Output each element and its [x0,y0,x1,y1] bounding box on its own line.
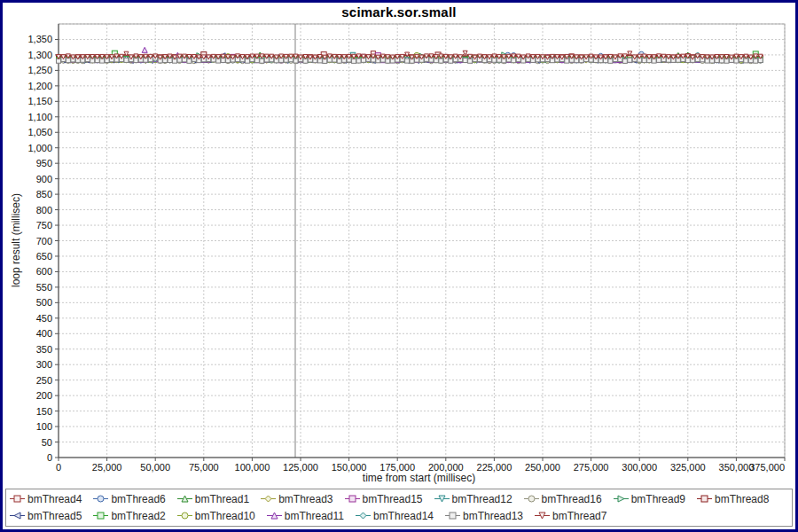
legend-marker-square-icon [345,494,360,504]
y-tick-label: 600 [36,266,52,277]
y-tick-label: 1,150 [27,96,52,106]
legend-row: bmThread5bmThread2bmThread10bmThread11bm… [10,507,788,524]
y-tick-label: 950 [36,158,52,168]
legend-item-bmThread5: bmThread5 [10,510,82,522]
legend: bmThread4bmThread6bmThread1bmThread3bmTh… [5,489,793,527]
legend-item-bmThread16: bmThread16 [524,493,602,505]
legend-item-bmThread7: bmThread7 [535,510,606,522]
legend-label: bmThread10 [195,510,255,522]
legend-item-bmThread1: bmThread1 [177,493,249,505]
legend-marker-square-icon [93,511,108,520]
legend-marker-square-icon [445,511,460,520]
legend-item-bmThread6: bmThread6 [93,493,165,505]
y-tick-label: 300 [36,359,52,370]
legend-marker-diamond-icon [356,511,371,520]
legend-marker-triangle-down-icon [434,494,450,504]
legend-label: bmThread14 [373,510,434,522]
legend-label: bmThread6 [111,493,165,505]
y-axis-label: loop result (millisec) [10,193,22,287]
legend-label: bmThread2 [111,510,165,522]
y-tick-label: 1,250 [27,65,52,75]
legend-row: bmThread4bmThread6bmThread1bmThread3bmTh… [10,490,788,507]
legend-item-bmThread14: bmThread14 [356,510,434,522]
legend-label: bmThread1 [195,493,249,505]
y-tick-label: 350 [36,344,52,355]
x-axis-label: time from start (millisec) [56,472,782,484]
legend-marker-square-icon [10,494,25,504]
legend-item-bmThread8: bmThread8 [697,493,769,505]
y-tick-label: 1,000 [27,143,52,153]
legend-item-bmThread11: bmThread11 [267,510,344,522]
legend-marker-circle-icon [524,494,539,504]
y-tick-label: 1,350 [27,34,52,44]
y-tick-label: 1,050 [27,127,52,137]
legend-marker-triangle-right-icon [614,494,629,504]
legend-marker-triangle-left-icon [10,511,25,520]
y-tick-label: 450 [36,313,52,324]
legend-item-bmThread9: bmThread9 [614,493,685,505]
legend-marker-triangle-up-icon [177,494,192,504]
y-tick-label: 1,300 [27,50,52,60]
y-tick-label: 250 [36,375,52,386]
legend-item-bmThread10: bmThread10 [177,510,255,522]
legend-label: bmThread8 [715,493,769,505]
legend-marker-circle-icon [177,511,192,520]
legend-marker-triangle-up-icon [267,511,282,520]
legend-label: bmThread13 [463,510,523,522]
y-tick-label: 100 [36,421,52,432]
legend-item-bmThread12: bmThread12 [434,493,512,505]
y-tick-label: 650 [36,251,52,262]
plot-svg: 0501001502002503003504004505005506006507… [3,3,798,492]
y-tick-label: 850 [36,189,52,200]
y-tick-label: 550 [36,282,52,293]
legend-item-bmThread13: bmThread13 [445,510,523,522]
legend-label: bmThread4 [27,493,82,505]
legend-label: bmThread16 [542,493,602,505]
y-tick-label: 750 [36,220,52,231]
legend-marker-square-icon [697,494,712,504]
y-tick-label: 1,200 [27,81,52,91]
legend-label: bmThread11 [285,510,344,522]
legend-label: bmThread15 [363,493,423,505]
y-tick-label: 150 [36,406,52,417]
y-tick-label: 900 [36,174,52,184]
legend-item-bmThread4: bmThread4 [10,493,82,505]
legend-label: bmThread3 [278,493,332,505]
y-tick-label: 50 [42,437,52,448]
legend-item-bmThread15: bmThread15 [345,493,423,505]
legend-label: bmThread12 [452,493,512,505]
legend-marker-diamond-icon [261,494,276,504]
legend-marker-circle-icon [93,494,108,504]
y-tick-label: 800 [36,205,52,215]
legend-marker-triangle-down-icon [535,511,550,520]
legend-label: bmThread5 [27,510,82,522]
y-tick-label: 500 [36,297,52,308]
y-tick-label: 400 [36,328,52,339]
legend-label: bmThread9 [631,493,685,505]
legend-label: bmThread7 [552,510,606,522]
y-tick-label: 1,100 [27,112,52,122]
legend-item-bmThread3: bmThread3 [261,493,332,505]
y-tick-label: 700 [36,236,52,246]
legend-item-bmThread2: bmThread2 [93,510,165,522]
benchmark-chart-window: scimark.sor.small 2986.84 ops 0501001502… [0,0,798,532]
y-tick-label: 200 [36,390,52,401]
y-tick-label: 0 [47,452,52,463]
